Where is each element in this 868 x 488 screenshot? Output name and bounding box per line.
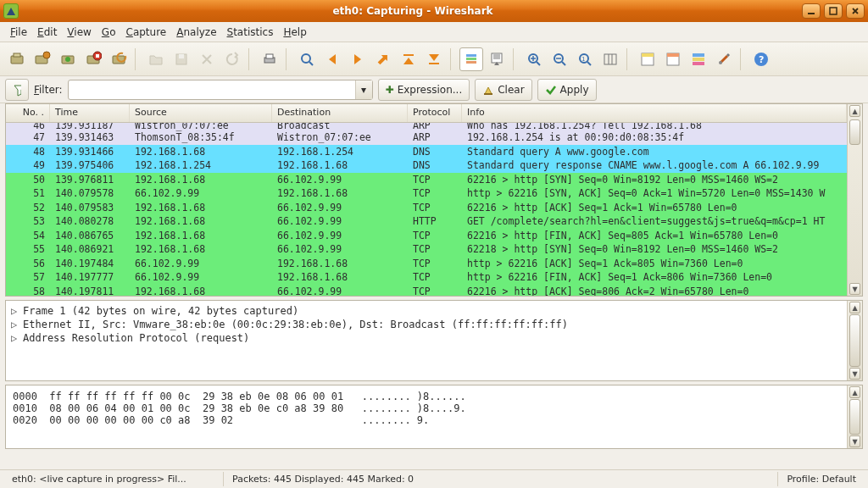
svg-text:?: ?	[759, 54, 764, 65]
svg-point-16	[302, 54, 310, 63]
window-titlebar: eth0: Capturing - Wireshark	[0, 0, 868, 22]
col-time[interactable]: Time	[50, 104, 130, 122]
disclosure-triangle-icon[interactable]: ▷	[11, 305, 19, 317]
interfaces-icon[interactable]	[5, 47, 29, 71]
filter-combo[interactable]: ▾	[68, 80, 373, 100]
scrollbar-thumb[interactable]	[849, 119, 860, 145]
scroll-up-icon[interactable]: ▲	[849, 302, 860, 313]
svg-text:1: 1	[581, 56, 585, 63]
scroll-down-icon[interactable]: ▼	[849, 283, 860, 295]
scrollbar-thumb[interactable]	[849, 314, 860, 367]
menu-file[interactable]: File	[7, 25, 31, 40]
expression-button[interactable]: ✚ Expression...	[378, 79, 470, 101]
packet-list-header[interactable]: No. . Time Source Destination Protocol I…	[6, 104, 847, 123]
filter-input[interactable]	[69, 80, 355, 99]
capture-options-icon[interactable]	[31, 47, 54, 71]
svg-rect-33	[693, 58, 704, 61]
col-no[interactable]: No. .	[6, 104, 50, 122]
print-icon[interactable]	[258, 47, 281, 71]
main-toolbar: 1 ?	[0, 42, 868, 76]
scrollbar-thumb[interactable]	[849, 399, 860, 435]
clear-button[interactable]: Clear	[475, 79, 531, 101]
window-title: eth0: Capturing - Wireshark	[24, 5, 802, 17]
menu-edit[interactable]: Edit	[34, 25, 60, 40]
go-back-icon[interactable]	[320, 47, 344, 71]
tree-node[interactable]: ▷Frame 1 (42 bytes on wire, 42 bytes cap…	[11, 304, 842, 318]
go-forward-icon[interactable]	[346, 47, 370, 71]
close-file-icon[interactable]	[195, 47, 219, 71]
filter-toolbar: Filter: ▾ ✚ Expression... Clear Apply	[0, 76, 868, 103]
hex-scrollbar[interactable]: ▲ ▼	[847, 385, 862, 448]
svg-rect-17	[403, 54, 414, 56]
svg-rect-38	[484, 93, 492, 95]
svg-rect-1	[830, 8, 837, 14]
menu-analyze[interactable]: Analyze	[173, 25, 220, 40]
display-filter-button[interactable]	[5, 79, 29, 101]
menu-view[interactable]: View	[64, 25, 94, 40]
zoom-out-icon[interactable]	[548, 47, 571, 71]
packet-details-pane: ▷Frame 1 (42 bytes on wire, 42 bytes cap…	[5, 300, 863, 381]
details-scrollbar[interactable]: ▲ ▼	[847, 301, 862, 380]
disclosure-triangle-icon[interactable]: ▷	[11, 332, 19, 344]
chevron-down-icon[interactable]: ▾	[355, 80, 372, 99]
capture-start-icon[interactable]	[56, 47, 80, 71]
display-filters-icon[interactable]	[661, 47, 685, 71]
menu-bar: File Edit View Go Capture Analyze Statis…	[0, 22, 868, 42]
tree-node[interactable]: ▷Address Resolution Protocol (request)	[11, 331, 842, 345]
svg-rect-19	[466, 54, 476, 57]
col-src[interactable]: Source	[130, 104, 272, 122]
menu-statistics[interactable]: Statistics	[224, 25, 277, 40]
go-to-packet-icon[interactable]	[371, 47, 395, 71]
packet-rows[interactable]: 46139.931187Wistron_07:07:eeBroadcastARP…	[6, 123, 847, 296]
svg-point-7	[65, 57, 70, 62]
resize-columns-icon[interactable]	[598, 47, 622, 71]
packet-list-scrollbar[interactable]: ▲ ▼	[847, 104, 862, 296]
svg-rect-27	[604, 54, 616, 64]
menu-capture[interactable]: Capture	[122, 25, 170, 40]
reload-icon[interactable]	[220, 47, 244, 71]
scroll-up-icon[interactable]: ▲	[849, 105, 860, 117]
filter-label: Filter:	[34, 84, 63, 96]
svg-rect-29	[642, 53, 654, 57]
svg-point-5	[43, 52, 50, 58]
preferences-icon[interactable]	[712, 47, 736, 71]
svg-rect-3	[14, 53, 20, 57]
apply-button[interactable]: Apply	[537, 79, 597, 101]
col-info[interactable]: Info	[462, 104, 847, 122]
open-file-icon[interactable]	[144, 47, 168, 71]
scroll-down-icon[interactable]: ▼	[849, 368, 860, 380]
details-tree[interactable]: ▷Frame 1 (42 bytes on wire, 42 bytes cap…	[6, 301, 847, 380]
col-proto[interactable]: Protocol	[408, 104, 462, 122]
colorize-icon[interactable]	[459, 47, 483, 71]
menu-help[interactable]: Help	[280, 25, 309, 40]
hex-dump[interactable]: 0000 ff ff ff ff ff ff 00 0c 29 38 eb 0e…	[6, 385, 847, 448]
capture-filters-icon[interactable]	[636, 47, 659, 71]
capture-restart-icon[interactable]	[107, 47, 131, 71]
coloring-rules-icon[interactable]	[687, 47, 710, 71]
scroll-down-icon[interactable]: ▼	[849, 435, 860, 447]
svg-rect-34	[693, 62, 704, 65]
window-close-button[interactable]	[846, 3, 865, 19]
help-icon[interactable]: ?	[749, 47, 773, 71]
go-first-icon[interactable]	[397, 47, 420, 71]
save-icon[interactable]	[170, 47, 193, 71]
svg-rect-10	[96, 54, 99, 58]
zoom-in-icon[interactable]	[522, 47, 546, 71]
disclosure-triangle-icon[interactable]: ▷	[11, 319, 19, 330]
col-dst[interactable]: Destination	[272, 104, 408, 122]
status-profile[interactable]: Profile: Default	[778, 472, 865, 486]
svg-rect-0	[808, 13, 815, 14]
window-minimize-button[interactable]	[802, 3, 821, 19]
zoom-reset-icon[interactable]: 1	[573, 47, 597, 71]
capture-stop-icon[interactable]	[81, 47, 105, 71]
autoscroll-icon[interactable]	[485, 47, 509, 71]
scroll-up-icon[interactable]: ▲	[849, 386, 860, 398]
find-icon[interactable]	[295, 47, 319, 71]
packet-list-pane: No. . Time Source Destination Protocol I…	[5, 103, 863, 297]
tree-node[interactable]: ▷Ethernet II, Src: Vmware_38:eb:0e (00:0…	[11, 318, 842, 331]
svg-rect-32	[693, 53, 704, 57]
menu-go[interactable]: Go	[98, 25, 120, 40]
window-maximize-button[interactable]	[824, 3, 843, 19]
status-packets: Packets: 445 Displayed: 445 Marked: 0	[224, 472, 778, 486]
go-last-icon[interactable]	[422, 47, 446, 71]
